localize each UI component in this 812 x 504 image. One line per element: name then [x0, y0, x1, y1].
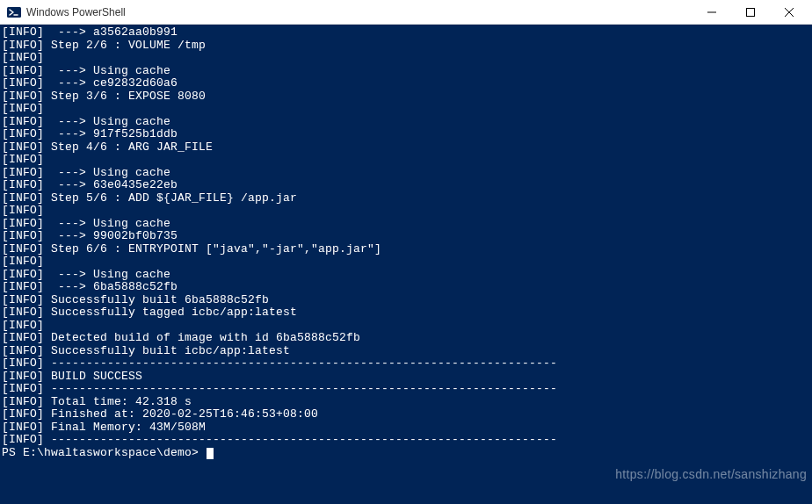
cursor: [207, 448, 214, 459]
output-line: [INFO] ---------------------------------…: [2, 383, 810, 396]
output-line: [INFO] Final Memory: 43M/508M: [2, 421, 810, 435]
output-line: [INFO] ---> ce92832d60a6: [2, 77, 810, 90]
title-bar: Windows PowerShell: [0, 0, 812, 25]
output-line: [INFO]: [2, 154, 810, 167]
prompt-line[interactable]: PS E:\hwaltasworkspace\demo>: [2, 447, 810, 460]
output-line: [INFO] Step 2/6 : VOLUME /tmp: [2, 40, 810, 53]
output-line: [INFO] Successfully built 6ba5888c52fb: [2, 294, 810, 307]
output-line: [INFO] Detected build of image with id 6…: [2, 332, 810, 345]
output-line: [INFO]: [2, 52, 810, 65]
terminal-output[interactable]: [INFO] ---> a3562aa0b991[INFO] Step 2/6 …: [0, 25, 812, 504]
output-line: [INFO] ---> 6ba5888c52fb: [2, 281, 810, 294]
output-line: [INFO] ---> Using cache: [2, 269, 810, 282]
window-title: Windows PowerShell: [26, 6, 692, 18]
output-line: [INFO]: [2, 320, 810, 333]
output-line: [INFO] ---> Using cache: [2, 218, 810, 231]
output-line: [INFO] ---> Using cache: [2, 167, 810, 180]
output-line: [INFO] ---> 917f525b1ddb: [2, 128, 810, 141]
output-line: [INFO] ---> Using cache: [2, 116, 810, 129]
output-line: [INFO] ---> a3562aa0b991: [2, 26, 810, 40]
maximize-button[interactable]: [731, 0, 770, 25]
output-line: [INFO] BUILD SUCCESS: [2, 371, 810, 384]
output-line: [INFO] Finished at: 2020-02-25T16:46:53+…: [2, 408, 810, 421]
svg-rect-3: [747, 8, 755, 16]
output-line: [INFO] ---> 99002bf0b735: [2, 230, 810, 243]
output-line: [INFO] Step 5/6 : ADD ${JAR_FILE} /app.j…: [2, 192, 810, 205]
prompt-text: PS E:\hwaltasworkspace\demo>: [2, 446, 206, 459]
powershell-icon: [7, 5, 21, 19]
output-line: [INFO]: [2, 103, 810, 116]
output-line: [INFO] Total time: 42.318 s: [2, 396, 810, 409]
close-button[interactable]: [770, 0, 808, 25]
output-line: [INFO] ---------------------------------…: [2, 357, 810, 371]
output-line: [INFO] Successfully tagged icbc/app:late…: [2, 306, 810, 320]
output-line: [INFO] Step 6/6 : ENTRYPOINT ["java","-j…: [2, 243, 810, 256]
output-line: [INFO] ---> Using cache: [2, 65, 810, 78]
output-line: [INFO] ---------------------------------…: [2, 434, 810, 447]
output-line: [INFO] Step 3/6 : EXPOSE 8080: [2, 90, 810, 104]
output-line: [INFO]: [2, 205, 810, 218]
output-line: [INFO] ---> 63e0435e22eb: [2, 179, 810, 192]
output-line: [INFO] Step 4/6 : ARG JAR_FILE: [2, 141, 810, 155]
output-line: [INFO] Successfully built icbc/app:lates…: [2, 345, 810, 358]
svg-rect-0: [7, 7, 21, 18]
output-line: [INFO]: [2, 256, 810, 269]
minimize-button[interactable]: [692, 0, 731, 25]
window-controls: [692, 0, 808, 25]
